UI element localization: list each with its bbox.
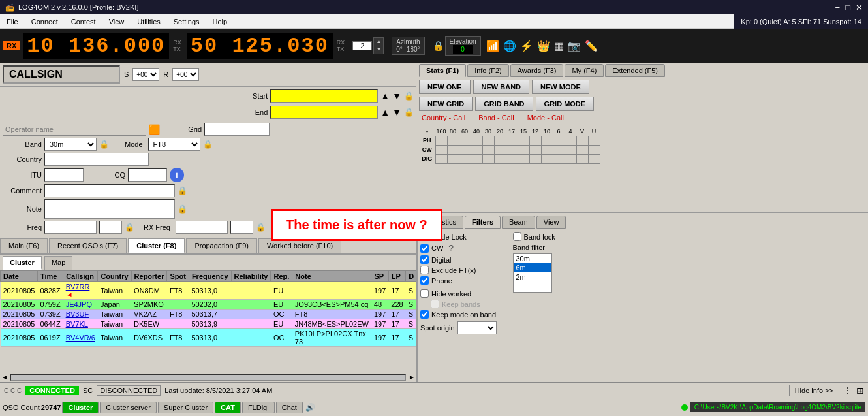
grid-input[interactable] — [204, 123, 270, 136]
table-cell[interactable]: BV3UF — [63, 310, 98, 319]
tab-map-view[interactable]: Map — [44, 256, 72, 270]
maximize-button[interactable]: □ — [845, 3, 850, 12]
spin-control[interactable]: ▲ ▼ — [373, 37, 384, 54]
table-row[interactable]: 202108050759ZJE4JPQJapanSP2MKO50232,0EUJ… — [1, 300, 417, 310]
callsign-input[interactable]: CALLSIGN — [3, 65, 120, 84]
menu-contest[interactable]: Contest — [65, 16, 102, 27]
horizontal-scrollbar[interactable] — [10, 374, 406, 381]
callsign-link[interactable]: BV4VR/6 — [66, 334, 95, 342]
info-button[interactable]: i — [170, 168, 184, 182]
minimize-button[interactable]: − — [835, 3, 841, 12]
digital-checkbox[interactable] — [420, 255, 429, 264]
end-spin-down[interactable]: ▼ — [392, 107, 401, 118]
note-input[interactable] — [44, 199, 175, 219]
hide-worked-checkbox[interactable] — [420, 289, 429, 298]
itu-input[interactable] — [44, 168, 84, 182]
start-spin-down[interactable]: ▼ — [392, 91, 401, 101]
tab-cat[interactable]: CAT — [215, 402, 241, 413]
grid-icon[interactable]: ▦ — [554, 40, 564, 52]
menu-dots-icon[interactable]: ⋮ — [843, 385, 852, 396]
freq-khz-input[interactable]: 10136 — [44, 221, 97, 234]
exclude-ftx-checkbox[interactable] — [420, 266, 429, 274]
menu-help[interactable]: Help — [206, 16, 234, 27]
operator-icon[interactable]: 🟧 — [149, 124, 160, 135]
tab-main[interactable]: Main (F6) — [0, 238, 48, 253]
mode-select[interactable]: FT8CWSSB — [148, 138, 200, 151]
tab-beam[interactable]: Beam — [502, 216, 535, 229]
table-cell[interactable]: BV7KL — [63, 319, 98, 329]
menu-settings[interactable]: Settings — [167, 16, 206, 27]
globe-icon[interactable]: 🌐 — [503, 40, 516, 52]
callsign-link[interactable]: JE4JPQ — [66, 300, 92, 308]
band-30m[interactable]: 30m — [514, 254, 551, 263]
s-select[interactable]: +00+10-10 — [132, 68, 159, 81]
rx-button[interactable]: RX — [3, 41, 20, 50]
crown-icon[interactable]: 👑 — [537, 40, 550, 52]
tab-super-cluster[interactable]: Super Cluster — [158, 402, 213, 413]
scroll-right-icon[interactable]: ► — [409, 374, 415, 381]
callsign-link[interactable]: BV3UF — [66, 310, 89, 318]
phone-checkbox[interactable] — [420, 276, 429, 285]
grid-mode-button[interactable]: GRID MODE — [536, 97, 595, 111]
grid-band-button[interactable]: GRID BAND — [475, 97, 533, 111]
resize-icon[interactable]: ⊞ — [856, 385, 864, 396]
table-cell[interactable]: BV7RR ◄ — [63, 282, 98, 300]
cw-checkbox[interactable] — [420, 244, 429, 253]
r-select[interactable]: +00+10-10 — [172, 68, 199, 81]
spin-up[interactable]: ▲ — [374, 38, 383, 46]
menu-view[interactable]: View — [102, 16, 131, 27]
tab-recent[interactable]: Recent QSO's (F7) — [49, 238, 127, 253]
tab-cluster[interactable]: Cluster (F8) — [128, 238, 185, 253]
callsign-link[interactable]: BV7RR — [66, 283, 90, 291]
country-input[interactable] — [44, 153, 149, 166]
menu-file[interactable]: File — [0, 16, 25, 27]
table-row[interactable]: 202108050619ZBV4VR/6TaiwanDV6XDSFT850313… — [1, 329, 417, 347]
new-band-button[interactable]: NEW BAND — [473, 80, 530, 94]
tab-info[interactable]: Info (F2) — [467, 64, 509, 77]
rxfreq-khz-input[interactable]: 10136 — [176, 221, 228, 234]
keep-mode-checkbox[interactable] — [420, 310, 429, 319]
table-cell[interactable]: JE4JPQ — [63, 300, 98, 310]
rxfreq-hz-input[interactable]: 000 — [230, 221, 253, 234]
band-2m[interactable]: 2m — [514, 272, 551, 281]
table-cell[interactable]: BV4VR/6 — [63, 329, 98, 347]
help-icon[interactable]: ? — [448, 243, 454, 253]
audio-icon[interactable]: 🔊 — [305, 403, 315, 412]
scroll-left-icon[interactable]: ◄ — [1, 374, 8, 381]
main-frequency-display[interactable]: 10 136.000 — [23, 33, 169, 59]
tab-cluster-view[interactable]: Cluster — [3, 256, 42, 270]
close-button[interactable]: ✕ — [856, 3, 863, 12]
table-row[interactable]: 202108050739ZBV3UFTaiwanVK2AZFT850313,7O… — [1, 310, 417, 319]
tab-chat[interactable]: Chat — [276, 402, 303, 413]
freq-hz-input[interactable]: 000 — [99, 221, 122, 234]
tab-my[interactable]: My (F4) — [565, 64, 604, 77]
menu-connect[interactable]: Connect — [25, 16, 65, 27]
new-one-button[interactable]: NEW ONE — [419, 80, 471, 94]
spin-down[interactable]: ▼ — [374, 46, 383, 54]
tab-fldigi[interactable]: FLDigi — [242, 402, 275, 413]
comment-input[interactable] — [44, 184, 175, 197]
tab-stats[interactable]: Stats (F1) — [419, 64, 466, 77]
spot-origin-select[interactable] — [457, 321, 497, 334]
tab-cluster-server[interactable]: Cluster server — [100, 402, 156, 413]
table-row[interactable]: 202108050644ZBV7KLTaiwanDK5EW50313,9EUJN… — [1, 319, 417, 329]
tab-view[interactable]: View — [536, 216, 566, 229]
sub-frequency-display[interactable]: 50 125.030 — [187, 33, 333, 59]
end-input[interactable]: 8/ 5/2021 03:27:37 — [270, 106, 378, 119]
band-6m[interactable]: 6m — [514, 263, 551, 272]
start-spin-up[interactable]: ▲ — [380, 91, 390, 101]
new-grid-button[interactable]: NEW GRID — [419, 97, 473, 111]
start-input[interactable]: 8/ 5/2021 03:27:37 — [270, 89, 378, 103]
band-select[interactable]: 30m6m40m — [44, 138, 97, 151]
new-mode-button[interactable]: NEW MODE — [532, 80, 589, 94]
pen-icon[interactable]: ✏️ — [585, 40, 598, 52]
camera-icon[interactable]: 📷 — [568, 40, 581, 52]
table-row[interactable]: 202108050828ZBV7RR ◄TaiwanON8DMFT850313,… — [1, 282, 417, 300]
tab-extended[interactable]: Extended (F5) — [605, 64, 665, 77]
menu-utilities[interactable]: Utilities — [131, 16, 166, 27]
callsign-link[interactable]: BV7KL — [66, 320, 88, 328]
hide-info-button[interactable]: Hide info >> — [789, 385, 839, 396]
title-bar-controls[interactable]: − □ ✕ — [835, 3, 863, 12]
tab-filters[interactable]: Filters — [465, 216, 501, 229]
band-lock-checkbox[interactable] — [513, 232, 521, 241]
